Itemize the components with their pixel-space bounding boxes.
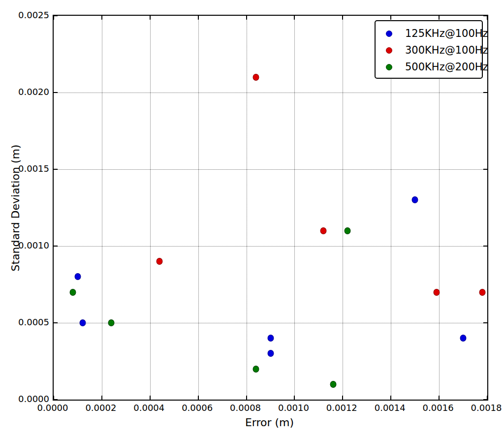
y-tick-mark-right — [483, 92, 487, 93]
data-point — [267, 350, 274, 357]
data-point — [345, 227, 351, 234]
y-gridline — [54, 323, 487, 323]
y-tick-label: 0.0025 — [14, 10, 49, 20]
scatter-chart-figure: Standard Deviation (m) Error (m) 125KHz@… — [0, 0, 504, 437]
y-tick-mark-right — [483, 322, 487, 323]
y-gridline — [54, 169, 487, 170]
data-point — [460, 335, 467, 342]
y-tick-mark-right — [483, 169, 487, 170]
y-tick-mark-left — [54, 15, 58, 16]
legend-item-label: 125KHz@100Hz — [405, 28, 488, 39]
data-point — [157, 258, 163, 265]
y-tick-mark-right — [483, 399, 487, 400]
x-axis-label: Error (m) — [53, 416, 486, 429]
data-point — [330, 381, 336, 388]
data-point — [79, 319, 86, 326]
x-tick-mark-top — [294, 16, 295, 20]
y-tick-label: 0.0005 — [14, 317, 49, 327]
x-tick-label: 0.0016 — [423, 403, 454, 413]
x-tick-label: 0.0010 — [278, 403, 309, 413]
x-tick-mark-top — [101, 16, 102, 20]
y-gridline — [54, 246, 487, 247]
legend-marker-icon — [386, 47, 392, 54]
x-gridline — [150, 16, 151, 400]
x-tick-label: 0.0004 — [133, 403, 164, 413]
data-point — [70, 289, 76, 296]
x-gridline — [294, 16, 295, 400]
data-point — [479, 289, 486, 296]
y-tick-mark-right — [483, 246, 487, 247]
x-tick-mark-top — [198, 16, 199, 20]
data-point — [320, 227, 327, 234]
data-point — [253, 366, 259, 373]
data-point — [434, 289, 440, 296]
x-tick-mark-top — [246, 16, 247, 20]
legend: 125KHz@100Hz300KHz@100Hz500KHz@200Hz — [375, 20, 483, 79]
data-point — [74, 273, 81, 280]
y-axis-label: Standard Deviation (m) — [9, 110, 22, 307]
x-tick-label: 0.0008 — [230, 403, 261, 413]
data-point — [412, 196, 418, 203]
x-tick-label: 0.0000 — [37, 403, 68, 413]
y-tick-label: 0.0015 — [14, 163, 49, 174]
x-gridline — [102, 16, 102, 400]
y-tick-mark-left — [54, 246, 58, 247]
x-tick-mark-bottom — [198, 396, 199, 400]
x-tick-mark-bottom — [390, 396, 391, 400]
legend-item: 125KHz@100Hz — [376, 25, 482, 42]
x-tick-mark-bottom — [439, 396, 440, 400]
x-gridline — [198, 16, 199, 400]
y-tick-label: 0.0020 — [14, 87, 49, 97]
x-tick-mark-top — [487, 16, 488, 20]
legend-item: 300KHz@100Hz — [376, 42, 482, 59]
x-tick-mark-bottom — [246, 396, 247, 400]
y-tick-mark-left — [54, 92, 58, 93]
x-tick-mark-bottom — [294, 396, 295, 400]
x-gridline — [247, 16, 247, 400]
y-tick-label: 0.0000 — [14, 394, 49, 404]
x-tick-mark-top — [439, 16, 440, 20]
x-tick-mark-top — [342, 16, 343, 20]
y-tick-mark-right — [483, 15, 487, 16]
legend-marker-icon — [386, 64, 392, 70]
y-tick-label: 0.0010 — [14, 240, 49, 250]
x-tick-mark-bottom — [342, 396, 343, 400]
x-tick-mark-top — [390, 16, 391, 20]
x-gridline — [343, 16, 343, 400]
data-point — [267, 335, 274, 342]
y-tick-mark-left — [54, 322, 58, 323]
x-tick-mark-bottom — [101, 396, 102, 400]
legend-item: 500KHz@200Hz — [376, 59, 482, 75]
y-tick-mark-left — [54, 169, 58, 170]
data-point — [108, 319, 115, 326]
x-tick-label: 0.0002 — [85, 403, 116, 413]
x-tick-mark-bottom — [150, 396, 151, 400]
x-tick-label: 0.0018 — [471, 403, 502, 413]
x-tick-mark-top — [150, 16, 151, 20]
data-point — [253, 74, 259, 81]
x-tick-mark-top — [53, 16, 54, 20]
legend-marker-icon — [386, 31, 392, 37]
y-tick-mark-left — [54, 399, 58, 400]
legend-item-label: 300KHz@100Hz — [405, 44, 488, 56]
legend-item-label: 500KHz@200Hz — [405, 61, 488, 73]
x-tick-label: 0.0006 — [182, 403, 213, 413]
y-gridline — [54, 93, 487, 93]
x-tick-label: 0.0012 — [326, 403, 357, 413]
x-tick-label: 0.0014 — [375, 403, 406, 413]
